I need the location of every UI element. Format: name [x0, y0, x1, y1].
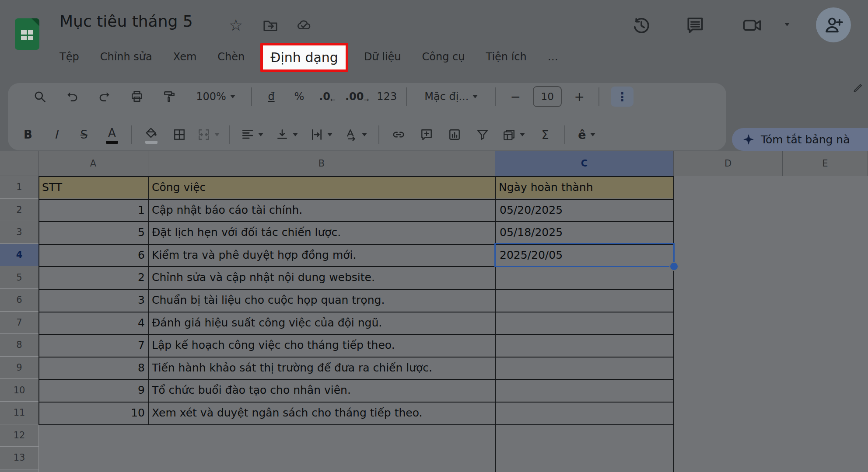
table-border-h: [38, 402, 674, 403]
cell-task[interactable]: Kiểm tra và phê duyệt hợp đồng mới.: [152, 244, 492, 267]
row-header-1[interactable]: 1: [0, 176, 38, 199]
row-header-3[interactable]: 3: [0, 221, 38, 244]
column-header-e[interactable]: E: [783, 151, 868, 176]
cell-task[interactable]: Lập kế hoạch công việc cho tháng tiếp th…: [152, 334, 492, 357]
row-header-7[interactable]: 7: [0, 312, 38, 334]
cell-stt[interactable]: 6: [38, 244, 145, 267]
row-header-8[interactable]: 8: [0, 334, 38, 357]
cell-stt[interactable]: 7: [38, 334, 145, 357]
row-header-11[interactable]: 11: [0, 402, 38, 424]
row-header-10[interactable]: 10: [0, 379, 38, 402]
table-border-h: [38, 334, 674, 335]
header-cell[interactable]: Ngày hoàn thành: [499, 176, 670, 199]
cell-task[interactable]: Đặt lịch hẹn với đối tác chiến lược.: [152, 221, 492, 244]
table-border-v: [148, 176, 149, 424]
cell-task[interactable]: Chuẩn bị tài liệu cho cuộc họp quan trọn…: [152, 289, 492, 312]
cell-date[interactable]: 05/20/2025: [500, 199, 670, 222]
cell-stt[interactable]: 8: [38, 357, 145, 379]
row-header-9[interactable]: 9: [0, 357, 38, 379]
cell-task[interactable]: Tổ chức buổi đào tạo cho nhân viên.: [152, 379, 492, 402]
table-border-v: [495, 176, 496, 472]
table-border-h: [38, 312, 674, 312]
table-border-h: [38, 424, 674, 425]
table-border-v: [38, 176, 39, 424]
google-sheets-app: { "chrome": { "title": "Mục tiêu tháng 5…: [0, 0, 868, 472]
table-border-h: [38, 289, 674, 290]
row-header-5[interactable]: 5: [0, 266, 38, 289]
table-border-h: [38, 199, 674, 200]
spreadsheet-grid: ABCDE12345678910111213STTCông việcNgày h…: [0, 0, 868, 472]
table-border-h: [38, 379, 674, 380]
fill-handle[interactable]: [669, 262, 679, 271]
row-header-4[interactable]: 4: [0, 244, 38, 267]
cell-task[interactable]: Chỉnh sửa và cập nhật nội dung website.: [152, 266, 492, 289]
table-border-h: [38, 357, 674, 357]
cell-stt[interactable]: 2: [38, 266, 145, 289]
cell-stt[interactable]: 4: [38, 312, 145, 334]
menu-item-format-highlighted[interactable]: Định dạng: [260, 43, 348, 72]
row-header-12[interactable]: 12: [0, 424, 38, 447]
cell-stt[interactable]: 9: [38, 379, 145, 402]
cell-date[interactable]: 05/18/2025: [500, 221, 670, 244]
cell-stt[interactable]: 1: [38, 199, 145, 222]
cell-task[interactable]: Tiến hành khảo sát thị trường để đưa ra …: [152, 357, 492, 379]
row-header-6[interactable]: 6: [0, 289, 38, 312]
cell-task[interactable]: Xem xét và duyệt ngân sách cho tháng tiế…: [152, 402, 492, 424]
column-header-a[interactable]: A: [38, 151, 148, 176]
table-border-h: [38, 221, 674, 222]
column-header-d[interactable]: D: [674, 151, 783, 176]
cell-stt[interactable]: 3: [38, 289, 145, 312]
row-header-edge: [38, 424, 39, 472]
cell-stt[interactable]: 5: [38, 221, 145, 244]
cell-stt[interactable]: 10: [38, 402, 145, 424]
row-header-2[interactable]: 2: [0, 199, 38, 222]
header-cell[interactable]: Công việc: [152, 176, 492, 199]
row-header-13[interactable]: 13: [0, 447, 38, 469]
table-border-v: [673, 176, 674, 472]
header-cell[interactable]: STT: [42, 176, 145, 199]
cell-task[interactable]: Đánh giá hiệu suất công việc của đội ngũ…: [152, 312, 492, 334]
select-all-corner[interactable]: [0, 151, 38, 176]
table-border-h: [38, 176, 674, 177]
cell-task[interactable]: Cập nhật báo cáo tài chính.: [152, 199, 492, 222]
column-header-c[interactable]: C: [495, 151, 674, 176]
active-cell-selection: [494, 243, 675, 267]
column-header-b[interactable]: B: [148, 151, 495, 176]
